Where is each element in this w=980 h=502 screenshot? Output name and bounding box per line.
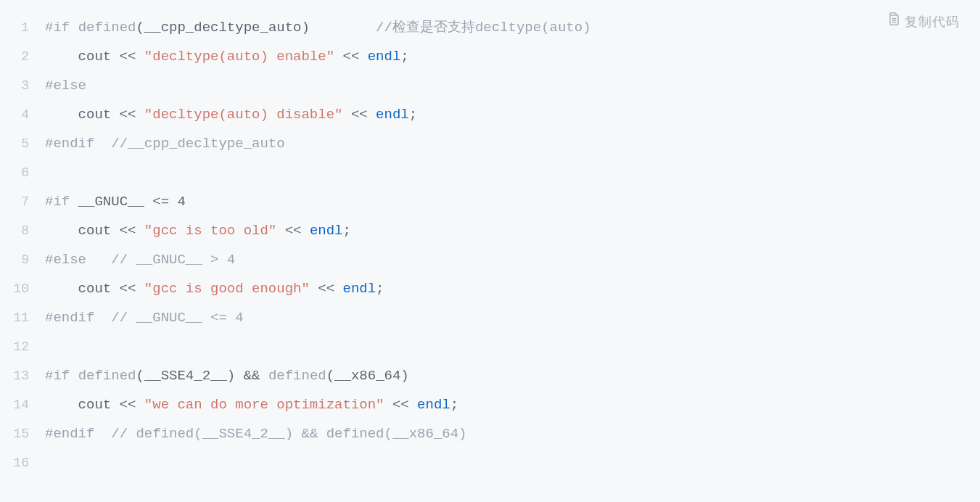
code-lines: 1#if defined(__cpp_decltype_auto) //检查是否… [0, 13, 980, 477]
code-token: ; [376, 281, 384, 297]
copy-icon [887, 7, 900, 36]
code-token: #if [45, 368, 70, 384]
code-token: cout << [45, 107, 144, 123]
code-token: (__x86_64) [326, 368, 409, 384]
code-content: #endif //__cpp_decltype_auto [45, 129, 285, 158]
line-number: 14 [0, 390, 45, 419]
code-line: 1#if defined(__cpp_decltype_auto) //检查是否… [0, 13, 980, 42]
code-token: "decltype(auto) disable" [144, 107, 343, 123]
line-number: 1 [0, 13, 45, 42]
line-number: 2 [0, 42, 45, 71]
code-token: << [310, 281, 343, 297]
code-line: 16 [0, 448, 980, 477]
code-content: #endif // defined(__SSE4_2__) && defined… [45, 419, 467, 448]
line-number: 7 [0, 187, 45, 216]
code-line: 9#else // __GNUC__ > 4 [0, 245, 980, 274]
line-number: 4 [0, 100, 45, 129]
code-line: 14 cout << "we can do more optimization"… [0, 390, 980, 419]
code-token: #else [45, 252, 86, 268]
code-token [86, 252, 111, 268]
code-token: (__SSE4_2__) && [136, 368, 268, 384]
code-token: #if [45, 20, 70, 36]
code-token: ; [342, 223, 350, 239]
code-token: << [334, 49, 368, 65]
line-number: 10 [0, 274, 45, 303]
code-token: 4 [177, 194, 185, 210]
code-token: // __GNUC__ > 4 [111, 252, 235, 268]
code-line: 15#endif // defined(__SSE4_2__) && defin… [0, 419, 980, 448]
code-line: 4 cout << "decltype(auto) disable" << en… [0, 100, 980, 129]
code-token: "decltype(auto) enable" [144, 49, 334, 65]
code-token [94, 426, 111, 442]
code-content: cout << "decltype(auto) enable" << endl; [45, 42, 409, 71]
code-token: endl [342, 281, 376, 297]
code-token [94, 310, 111, 326]
line-number: 16 [0, 448, 45, 477]
code-token [70, 368, 78, 384]
code-line: 11#endif // __GNUC__ <= 4 [0, 303, 980, 332]
code-token: ; [450, 397, 458, 413]
code-token [94, 136, 111, 152]
code-content: cout << "gcc is good enough" << endl; [45, 274, 384, 303]
code-token: // __GNUC__ <= 4 [111, 310, 243, 326]
line-number: 6 [0, 158, 45, 187]
code-line: 10 cout << "gcc is good enough" << endl; [0, 274, 980, 303]
code-content: #if defined(__SSE4_2__) && defined(__x86… [45, 361, 409, 390]
line-number: 13 [0, 361, 45, 390]
code-token: cout << [45, 281, 144, 297]
code-token: "we can do more optimization" [144, 397, 384, 413]
code-token: "gcc is good enough" [144, 281, 310, 297]
code-token: #endif [45, 310, 94, 326]
code-token: cout << [45, 49, 144, 65]
code-content: cout << "we can do more optimization" <<… [45, 390, 458, 419]
code-line: 3#else [0, 71, 980, 100]
code-content: #if defined(__cpp_decltype_auto) //检查是否支… [45, 13, 591, 42]
code-token: cout << [45, 397, 144, 413]
code-token: #if [45, 194, 70, 210]
code-block: 复制代码 1#if defined(__cpp_decltype_auto) /… [0, 0, 980, 477]
code-token: "gcc is too old" [144, 223, 276, 239]
code-content: #else // __GNUC__ > 4 [45, 245, 235, 274]
code-token: ; [400, 49, 408, 65]
code-token: << [342, 107, 376, 123]
code-line: 12 [0, 332, 980, 361]
code-line: 8 cout << "gcc is too old" << endl; [0, 216, 980, 245]
code-token: cout << [45, 223, 144, 239]
code-token: #endif [45, 426, 94, 442]
code-content: cout << "gcc is too old" << endl; [45, 216, 351, 245]
line-number: 12 [0, 332, 45, 361]
code-token: (__cpp_decltype_auto) [136, 20, 376, 36]
code-content: #endif // __GNUC__ <= 4 [45, 303, 244, 332]
code-token: << [384, 397, 417, 413]
code-token: //检查是否支持decltype(auto) [376, 20, 590, 36]
code-content: #else [45, 71, 86, 100]
copy-code-label: 复制代码 [905, 7, 960, 36]
code-token: defined [78, 20, 136, 36]
code-token: #else [45, 78, 86, 94]
code-token: << [276, 223, 310, 239]
code-token: __GNUC__ <= [70, 194, 177, 210]
line-number: 8 [0, 216, 45, 245]
code-token: defined [268, 368, 326, 384]
line-number: 11 [0, 303, 45, 332]
code-content: #if __GNUC__ <= 4 [45, 187, 186, 216]
code-line: 7#if __GNUC__ <= 4 [0, 187, 980, 216]
code-token: ; [409, 107, 417, 123]
line-number: 9 [0, 245, 45, 274]
code-content: cout << "decltype(auto) disable" << endl… [45, 100, 417, 129]
code-token: endl [368, 49, 401, 65]
code-token: // defined(__SSE4_2__) && defined(__x86_… [111, 426, 466, 442]
line-number: 3 [0, 71, 45, 100]
copy-code-button[interactable]: 复制代码 [887, 7, 960, 36]
code-line: 5#endif //__cpp_decltype_auto [0, 129, 980, 158]
code-token: endl [310, 223, 343, 239]
code-token [70, 20, 78, 36]
code-token: endl [376, 107, 409, 123]
code-token: defined [78, 368, 136, 384]
code-line: 13#if defined(__SSE4_2__) && defined(__x… [0, 361, 980, 390]
code-line: 2 cout << "decltype(auto) enable" << end… [0, 42, 980, 71]
line-number: 5 [0, 129, 45, 158]
code-token: //__cpp_decltype_auto [111, 136, 284, 152]
code-token: endl [417, 397, 450, 413]
code-token: #endif [45, 136, 94, 152]
